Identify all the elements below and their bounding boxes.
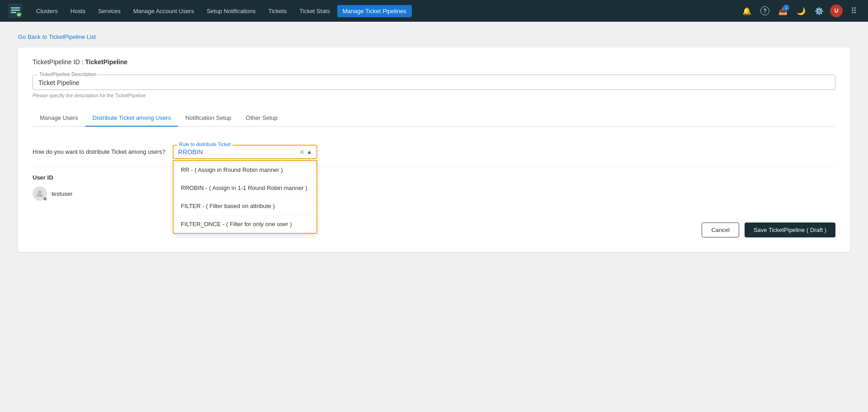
user-id-label: User ID [33,174,835,181]
download-badge: 1 [783,5,789,11]
description-field: TicketPipeline Description [33,75,835,90]
user-id-section: User ID testuser [33,167,835,208]
dropdown-option-filter-once[interactable]: FILTER_ONCE - ( Filter for only one user… [174,215,316,233]
tab-other-setup[interactable]: Other Setup [239,111,285,127]
main-card: TicketPipeline ID : TicketPipeline Ticke… [18,47,850,252]
description-hint: Please specify the description for the T… [33,93,835,98]
svg-point-4 [17,12,21,17]
dropdown-arrow-icon: ▲ [307,149,312,155]
apps-grid-icon[interactable]: ⠿ [846,4,861,18]
user-row: testuser [33,186,835,201]
download-icon[interactable]: 📥 1 [776,4,790,18]
back-link[interactable]: Go Back to TicketPipeline List [18,33,96,40]
nav-setup-notifications[interactable]: Setup Notifications [201,5,261,17]
dropdown-option-rrobin[interactable]: RROBIN - ( Assign in 1-1 Round Robin man… [174,179,316,197]
save-button[interactable]: Save TicketPipeline ( Draft ) [745,223,835,237]
rule-dropdown-trigger[interactable]: Rule to distribute Ticket RROBIN ✕ ▲ [173,145,317,159]
cancel-button[interactable]: Cancel [702,223,739,237]
nav-manage-account-users[interactable]: Manage Account Users [128,5,199,17]
dropdown-option-rr[interactable]: RR - ( Assign in Round Robin manner ) [174,161,316,179]
nav-manage-ticket-pipelines[interactable]: Manage Ticket Pipelines [337,5,412,17]
distribute-question: How do you want to distribute Ticket amo… [33,145,165,155]
dropdown-menu: RR - ( Assign in Round Robin manner ) RR… [173,160,317,234]
nav-icons: 🔔 ? 📥 1 🌙 ⚙️ U ⠿ [740,4,861,18]
tabs-row: Manage Users Distribute Ticket among Use… [33,111,835,127]
pipeline-id-row: TicketPipeline ID : TicketPipeline [33,58,835,66]
app-logo [7,3,24,19]
notification-bell-icon[interactable]: 🔔 [740,4,754,18]
dropdown-label: Rule to distribute Ticket [177,142,232,147]
tab-manage-users[interactable]: Manage Users [33,111,85,127]
page-content: Go Back to TicketPipeline List TicketPip… [0,22,868,263]
settings-icon[interactable]: ⚙️ [812,4,826,18]
navbar: Clusters Hosts Services Manage Account U… [0,0,868,22]
nav-ticket-stats[interactable]: Ticket Stats [294,5,335,17]
description-input[interactable] [38,79,830,86]
svg-rect-2 [11,9,20,11]
nav-hosts[interactable]: Hosts [65,5,91,17]
tab-notification-setup[interactable]: Notification Setup [178,111,239,127]
footer-actions: Cancel Save TicketPipeline ( Draft ) [33,223,835,237]
nav-tickets[interactable]: Tickets [263,5,292,17]
svg-point-5 [38,190,42,194]
tab-distribute-ticket[interactable]: Distribute Ticket among Users [85,111,178,127]
user-name: testuser [52,190,72,197]
nav-services[interactable]: Services [93,5,126,17]
svg-rect-3 [11,12,16,13]
rule-dropdown-container: Rule to distribute Ticket RROBIN ✕ ▲ RR … [173,145,317,159]
pipeline-id-value: TicketPipeline [85,58,127,66]
distribute-row: How do you want to distribute Ticket amo… [33,137,835,167]
dropdown-clear-icon[interactable]: ✕ [299,148,305,156]
theme-icon[interactable]: 🌙 [794,4,808,18]
svg-rect-1 [11,7,20,9]
dropdown-selected-value: RROBIN [178,148,299,156]
description-label: TicketPipeline Description [38,71,98,77]
nav-clusters[interactable]: Clusters [31,5,63,17]
user-avatar[interactable]: U [830,5,843,17]
help-icon[interactable]: ? [758,4,772,18]
user-avatar-icon [33,186,47,201]
dropdown-option-filter[interactable]: FILTER - ( Filter based on attribute ) [174,197,316,215]
online-indicator [43,197,47,201]
pipeline-id-label: TicketPipeline ID : [33,58,83,66]
